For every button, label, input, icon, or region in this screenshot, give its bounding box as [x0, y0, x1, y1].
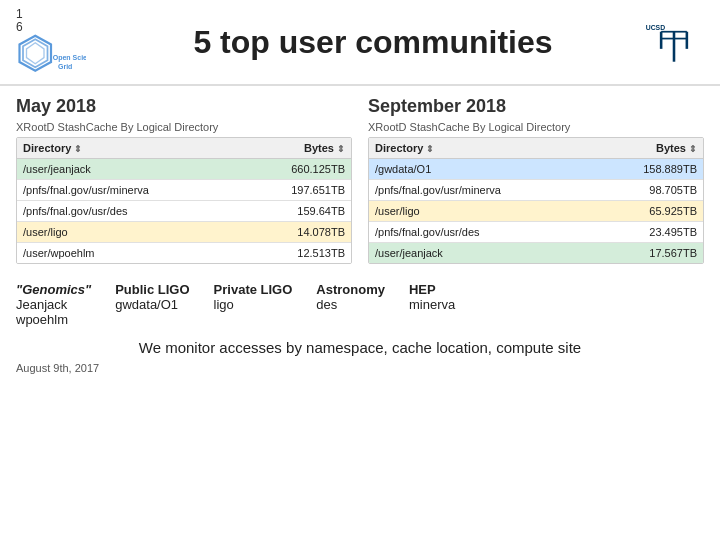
- right-panel-title: September 2018: [368, 96, 704, 117]
- sort-icon-dir-right: ⇕: [426, 144, 434, 154]
- right-cell-directory: /pnfs/fnal.gov/usr/minerva: [369, 180, 595, 201]
- right-cell-bytes: 98.705TB: [595, 180, 703, 201]
- right-panel: September 2018 XRootD StashCache By Logi…: [368, 96, 704, 264]
- category-genomics: "Genomics" Jeanjack wpoehlm: [16, 282, 91, 327]
- left-cell-bytes: 197.651TB: [243, 180, 351, 201]
- slide-number: 1 6: [16, 8, 23, 34]
- category-genomics-line2: Jeanjack: [16, 297, 91, 312]
- right-cell-bytes: 23.495TB: [595, 222, 703, 243]
- left-cell-directory: /user/wpoehlm: [17, 243, 243, 264]
- right-cell-bytes: 65.925TB: [595, 201, 703, 222]
- categories-section: "Genomics" Jeanjack wpoehlm Public LIGO …: [0, 274, 720, 335]
- svg-marker-0: [20, 36, 52, 71]
- left-table-row: /user/jeanjack660.125TB: [17, 159, 351, 180]
- category-public-ligo: Public LIGO gwdata/O1: [115, 282, 189, 312]
- left-panel-title: May 2018: [16, 96, 352, 117]
- right-table-row: /pnfs/fnal.gov/usr/minerva98.705TB: [369, 180, 703, 201]
- header: 1 6 Open Science Grid 5 top user communi…: [0, 0, 720, 86]
- right-cell-bytes: 158.889TB: [595, 159, 703, 180]
- svg-marker-2: [27, 43, 45, 64]
- left-table-row: /user/ligo14.078TB: [17, 222, 351, 243]
- left-cell-directory: /pnfs/fnal.gov/usr/des: [17, 201, 243, 222]
- category-genomics-line3: wpoehlm: [16, 312, 91, 327]
- left-col-directory: Directory ⇕: [17, 138, 243, 159]
- right-cell-directory: /user/ligo: [369, 201, 595, 222]
- left-table-row: /pnfs/fnal.gov/usr/minerva197.651TB: [17, 180, 351, 201]
- sort-icon-bytes-right: ⇕: [689, 144, 697, 154]
- right-cell-directory: /pnfs/fnal.gov/usr/des: [369, 222, 595, 243]
- svg-text:Grid: Grid: [58, 63, 72, 70]
- category-public-ligo-line2: gwdata/O1: [115, 297, 189, 312]
- left-table-header: Directory ⇕ Bytes ⇕: [17, 138, 351, 159]
- right-table-row: /user/ligo65.925TB: [369, 201, 703, 222]
- category-private-ligo-line2: ligo: [214, 297, 293, 312]
- right-cell-directory: /gwdata/O1: [369, 159, 595, 180]
- category-hep-line2: minerva: [409, 297, 455, 312]
- left-cell-bytes: 660.125TB: [243, 159, 351, 180]
- left-table: Directory ⇕ Bytes ⇕ /user/jeanjack660.12…: [17, 138, 351, 263]
- left-panel: May 2018 XRootD StashCache By Logical Di…: [16, 96, 352, 264]
- left-cell-bytes: 159.64TB: [243, 201, 351, 222]
- right-col-directory: Directory ⇕: [369, 138, 595, 159]
- left-panel-subtitle: XRootD StashCache By Logical Directory: [16, 121, 352, 133]
- svg-text:Open Science: Open Science: [53, 55, 86, 63]
- right-cell-bytes: 17.567TB: [595, 243, 703, 264]
- category-astronomy: Astronomy des: [316, 282, 385, 312]
- left-cell-bytes: 12.513TB: [243, 243, 351, 264]
- page-title: 5 top user communities: [102, 24, 644, 61]
- right-table-row: /user/jeanjack17.567TB: [369, 243, 703, 264]
- right-table-container: Directory ⇕ Bytes ⇕ /gwdata/O1158.889TB/…: [368, 137, 704, 264]
- left-cell-directory: /user/ligo: [17, 222, 243, 243]
- category-astronomy-line2: des: [316, 297, 385, 312]
- right-col-bytes: Bytes ⇕: [595, 138, 703, 159]
- left-cell-directory: /pnfs/fnal.gov/usr/minerva: [17, 180, 243, 201]
- left-col-bytes: Bytes ⇕: [243, 138, 351, 159]
- monitor-text: We monitor accesses by namespace, cache …: [0, 335, 720, 360]
- right-cell-directory: /user/jeanjack: [369, 243, 595, 264]
- svg-text:UCSD: UCSD: [646, 24, 665, 31]
- category-hep-line1: HEP: [409, 282, 455, 297]
- category-hep: HEP minerva: [409, 282, 455, 312]
- left-cell-bytes: 14.078TB: [243, 222, 351, 243]
- right-panel-subtitle: XRootD StashCache By Logical Directory: [368, 121, 704, 133]
- left-table-row: /pnfs/fnal.gov/usr/des159.64TB: [17, 201, 351, 222]
- category-public-ligo-line1: Public LIGO: [115, 282, 189, 297]
- ucsd-logo: UCSD: [644, 17, 704, 67]
- osg-logo: Open Science Grid: [16, 34, 86, 76]
- main-content: May 2018 XRootD StashCache By Logical Di…: [0, 86, 720, 274]
- sort-icon-bytes-left: ⇕: [337, 144, 345, 154]
- left-cell-directory: /user/jeanjack: [17, 159, 243, 180]
- right-table-row: /pnfs/fnal.gov/usr/des23.495TB: [369, 222, 703, 243]
- right-table: Directory ⇕ Bytes ⇕ /gwdata/O1158.889TB/…: [369, 138, 703, 263]
- right-table-header: Directory ⇕ Bytes ⇕: [369, 138, 703, 159]
- left-table-container: Directory ⇕ Bytes ⇕ /user/jeanjack660.12…: [16, 137, 352, 264]
- left-table-row: /user/wpoehlm12.513TB: [17, 243, 351, 264]
- sort-icon-dir-left: ⇕: [74, 144, 82, 154]
- category-astronomy-line1: Astronomy: [316, 282, 385, 297]
- right-table-row: /gwdata/O1158.889TB: [369, 159, 703, 180]
- header-left: 1 6 Open Science Grid: [16, 8, 86, 76]
- category-private-ligo: Private LIGO ligo: [214, 282, 293, 312]
- category-private-ligo-line1: Private LIGO: [214, 282, 293, 297]
- date-text: August 9th, 2017: [0, 360, 720, 376]
- category-genomics-line1: "Genomics": [16, 282, 91, 297]
